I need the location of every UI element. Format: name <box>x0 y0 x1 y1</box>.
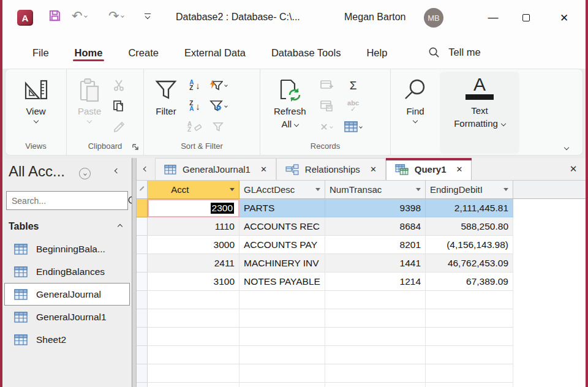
copy-button[interactable] <box>110 97 128 115</box>
more-records-button[interactable] <box>344 118 363 135</box>
table-row[interactable]: 3000 ACCOUNTS PAY 8201 (4,156,143.98) <box>137 236 586 254</box>
work-area: GeneralJournal1 ✕ Relationships ✕ <box>137 158 586 387</box>
new-record-button[interactable] <box>317 77 336 94</box>
sidebar-item-generaljournal1[interactable]: GeneralJournal1 <box>2 306 132 328</box>
table-row[interactable]: 1110 ACCOUNTS REC 8684 588,250.80 <box>137 217 586 236</box>
sidebar-item-beginningbalances[interactable]: BeginningBala... <box>2 238 132 260</box>
dropdown-icon <box>330 125 333 129</box>
format-painter-button[interactable] <box>110 118 128 135</box>
minimize-button[interactable]: — <box>479 7 507 28</box>
tell-me-box[interactable]: Tell me <box>428 47 480 58</box>
sidebar-item-generaljournal[interactable]: GeneralJournal <box>4 283 130 306</box>
view-button[interactable]: View <box>18 75 54 124</box>
column-header-glacctdesc[interactable]: GLAcctDesc <box>239 181 325 199</box>
cell-acct[interactable]: 3100 <box>148 272 239 291</box>
column-dropdown-icon[interactable] <box>315 188 320 191</box>
cell-ending[interactable]: 67,389.09 <box>426 272 513 291</box>
nav-pane-splitter[interactable] <box>132 158 137 387</box>
doc-tab-relationships[interactable]: Relationships ✕ <box>276 158 386 180</box>
save-button[interactable] <box>48 9 62 23</box>
text-formatting-button[interactable]: A Text Formatting <box>440 72 519 154</box>
close-tab-icon[interactable]: ✕ <box>456 165 462 174</box>
toggle-filter-button[interactable] <box>209 118 227 135</box>
redo-button[interactable]: ↷ <box>108 9 124 23</box>
sidebar-item-sheet2[interactable]: Sheet2 <box>2 328 132 351</box>
close-tab-icon[interactable]: ✕ <box>370 165 377 174</box>
undo-icon: ↶ <box>72 9 83 23</box>
totals-button[interactable]: Σ <box>344 77 363 94</box>
remove-sort-button[interactable]: AZ <box>186 118 204 135</box>
find-button[interactable]: Find <box>398 75 432 124</box>
refresh-all-button[interactable]: Refresh All <box>269 75 311 131</box>
column-header-acct[interactable]: Acct <box>148 181 239 199</box>
cell-desc[interactable]: NOTES PAYABLE <box>239 272 325 291</box>
table-row[interactable]: 3100 NOTES PAYABLE 1214 67,389.09 <box>137 272 586 291</box>
filter-button[interactable]: Filter <box>149 75 183 118</box>
nav-pane-shutter-button[interactable] <box>115 168 119 173</box>
avatar[interactable]: MB <box>424 8 443 28</box>
close-active-object-button[interactable]: ✕ <box>561 158 586 180</box>
close-tab-icon[interactable]: ✕ <box>260 165 267 174</box>
sort-ascending-button[interactable]: AZ ↓ <box>186 77 204 94</box>
delete-record-button[interactable]: ✕ <box>317 118 336 135</box>
cut-button[interactable] <box>110 77 128 94</box>
select-all-corner[interactable] <box>137 181 148 199</box>
cell-acct[interactable]: 2300 <box>148 199 239 217</box>
cell-ending[interactable]: 46,762,453.09 <box>426 254 513 272</box>
column-dropdown-icon[interactable] <box>503 188 508 191</box>
ribbon-group-find: Find <box>391 69 440 155</box>
record-selector[interactable] <box>137 254 148 272</box>
clipboard-dialog-launcher-icon[interactable] <box>132 144 139 151</box>
cell-desc[interactable]: ACCOUNTS PAY <box>239 236 325 254</box>
cell-acct[interactable]: 3000 <box>148 236 239 254</box>
tab-create[interactable]: Create <box>115 39 172 66</box>
filter-options-button[interactable] <box>209 97 227 115</box>
advanced-filter-menu-button[interactable] <box>209 77 227 94</box>
sidebar-item-endingbalances[interactable]: EndingBalances <box>2 260 132 283</box>
doc-tab-query1[interactable]: Query1 ✕ <box>386 158 472 180</box>
spelling-button[interactable]: abc✓ <box>344 97 363 115</box>
record-selector[interactable] <box>137 272 148 291</box>
tab-scroll-left-button[interactable] <box>137 158 155 180</box>
cell-acct[interactable]: 1110 <box>148 217 239 236</box>
column-dropdown-icon[interactable] <box>230 188 235 191</box>
access-app-icon[interactable]: A <box>17 10 33 26</box>
cell-num[interactable]: 1441 <box>325 254 426 272</box>
column-dropdown-icon[interactable] <box>416 188 421 191</box>
nav-pane-menu-button[interactable] <box>79 168 91 179</box>
record-selector[interactable] <box>137 236 148 254</box>
cell-num[interactable]: 8684 <box>325 217 426 236</box>
tab-external-data[interactable]: External Data <box>172 39 258 66</box>
table-row[interactable]: 2411 MACHINERY INV 1441 46,762,453.09 <box>137 254 586 272</box>
paste-button[interactable]: Paste <box>73 75 106 124</box>
tab-file[interactable]: File <box>20 39 62 66</box>
doc-tab-generaljournal1[interactable]: GeneralJournal1 ✕ <box>155 158 276 180</box>
cell-ending[interactable]: (4,156,143.98) <box>426 236 513 254</box>
column-header-endingdebit[interactable]: EndingDebitI <box>426 181 513 199</box>
undo-button[interactable]: ↶ <box>72 9 87 23</box>
record-selector[interactable] <box>137 217 148 236</box>
customize-qat-button[interactable] <box>145 13 151 18</box>
sort-descending-button[interactable]: ZA ↓ <box>186 97 204 115</box>
cell-acct[interactable]: 2411 <box>148 254 239 272</box>
record-selector[interactable] <box>137 199 148 217</box>
cell-desc[interactable]: MACHINERY INV <box>239 254 325 272</box>
column-header-numtransac[interactable]: NumTransac <box>325 181 426 199</box>
account-name[interactable]: Megan Barton <box>344 12 406 23</box>
tables-section-header[interactable]: Tables <box>9 217 126 236</box>
cell-ending[interactable]: 588,250.80 <box>426 217 513 236</box>
close-button[interactable]: ✕ <box>550 7 578 28</box>
save-record-button[interactable] <box>317 97 336 115</box>
cell-num[interactable]: 9398 <box>325 199 426 217</box>
tab-home[interactable]: Home <box>62 39 116 66</box>
tab-help[interactable]: Help <box>353 39 400 66</box>
cell-num[interactable]: 1214 <box>325 272 426 291</box>
cell-desc[interactable]: ACCOUNTS REC <box>239 217 325 236</box>
cell-num[interactable]: 8201 <box>325 236 426 254</box>
tab-database-tools[interactable]: Database Tools <box>258 39 353 66</box>
table-row[interactable]: 2300 PARTS 9398 2,111,445.81 <box>137 199 586 217</box>
search-input[interactable] <box>7 196 127 206</box>
cell-ending[interactable]: 2,111,445.81 <box>426 199 513 217</box>
maximize-button[interactable] <box>512 7 540 28</box>
cell-desc[interactable]: PARTS <box>239 199 325 217</box>
